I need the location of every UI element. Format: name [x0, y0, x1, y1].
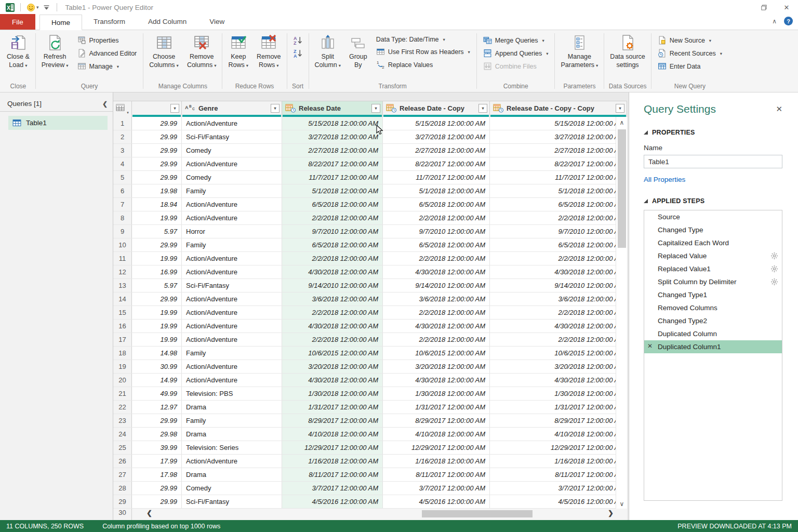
cell-release-date[interactable]: 9/7/2010 12:00:00 AM [282, 225, 383, 238]
cell-release-date-copy-copy[interactable]: 8/29/2017 12:00:00 AM [490, 414, 627, 427]
data-type-date-time-button[interactable]: Data Type: Date/Time▾ [374, 35, 472, 44]
row-number[interactable]: 16 [113, 320, 132, 332]
cell-release-date-copy-copy[interactable]: 2/2/2018 12:00:00 AM [490, 252, 627, 265]
manage-parameters-button[interactable]: ManageParameters▾ [557, 31, 602, 71]
filter-dropdown-button[interactable]: ▾ [478, 104, 487, 113]
column-header-release-date-copy-copy[interactable]: Release Date - Copy - Copy▾ [490, 101, 627, 117]
cell-genre[interactable]: Family [182, 238, 282, 251]
cell-release-date-copy-copy[interactable]: 1/31/2017 12:00:00 AM [490, 401, 627, 414]
cell-release-date[interactable]: 8/22/2017 12:00:00 AM [282, 157, 383, 170]
cell-release-date[interactable]: 4/5/2016 12:00:00 AM [282, 495, 383, 508]
cell-release-date-copy[interactable]: 10/6/2015 12:00:00 AM [383, 347, 490, 360]
cell-release-date-copy[interactable]: 1/31/2017 12:00:00 AM [383, 401, 490, 414]
cell-release-date-copy[interactable]: 1/16/2018 12:00:00 AM [383, 455, 490, 468]
cell-release-date-copy-copy[interactable]: 2/2/2018 12:00:00 AM [490, 333, 627, 346]
cell-release-date-copy[interactable]: 8/29/2017 12:00:00 AM [383, 414, 490, 427]
cell-release-date[interactable]: 5/1/2018 12:00:00 AM [282, 184, 383, 197]
recent-sources-button[interactable]: Recent Sources▾ [656, 48, 724, 58]
cell-price[interactable]: 19.99 [132, 320, 182, 332]
cell-release-date-copy-copy[interactable]: 3/7/2017 12:00:00 AM [490, 482, 627, 495]
applied-step-source[interactable]: Source [644, 210, 782, 223]
filter-dropdown-button[interactable]: ▾ [371, 104, 380, 113]
cell-genre[interactable]: Comedy [182, 482, 282, 495]
cell-price[interactable]: 14.99 [132, 374, 182, 387]
cell-release-date-copy[interactable]: 9/14/2010 12:00:00 AM [383, 279, 490, 292]
close-window-button[interactable]: ✕ [775, 0, 798, 15]
split-column-button[interactable]: SplitColumn▾ [311, 31, 344, 71]
cell-genre[interactable]: Sci-Fi/Fantasy [182, 495, 282, 508]
scroll-right-arrow[interactable]: ❯ [608, 509, 614, 517]
cell-release-date-copy[interactable]: 1/30/2018 12:00:00 AM [383, 387, 490, 400]
cell-release-date-copy-copy[interactable]: 3/27/2018 12:00:00 AM [490, 130, 627, 143]
tab-transform[interactable]: Transform [82, 14, 137, 30]
cell-release-date-copy-copy[interactable]: 4/30/2018 12:00:00 AM [490, 265, 627, 278]
cell-price[interactable]: 29.99 [132, 482, 182, 495]
cell-release-date-copy-copy[interactable]: 10/6/2015 12:00:00 AM [490, 347, 627, 360]
cell-genre[interactable]: Drama [182, 401, 282, 414]
cell-genre[interactable]: Action/Adventure [182, 117, 282, 130]
cell-price[interactable]: 29.99 [132, 238, 182, 251]
choose-columns-button[interactable]: ChooseColumns▾ [145, 31, 182, 71]
scroll-left-arrow[interactable]: ❮ [147, 509, 152, 517]
cell-release-date-copy[interactable]: 2/2/2018 12:00:00 AM [383, 252, 490, 265]
cell-price[interactable]: 29.99 [132, 144, 182, 157]
row-number[interactable]: 21 [113, 387, 132, 400]
group-by-button[interactable]: GroupBy [345, 31, 371, 71]
enter-data-button[interactable]: Enter Data [656, 61, 724, 71]
cell-release-date-copy-copy[interactable]: 4/30/2018 12:00:00 AM [490, 320, 627, 332]
cell-release-date[interactable]: 4/30/2018 12:00:00 AM [282, 374, 383, 387]
cell-genre[interactable]: Horror [182, 225, 282, 238]
cell-price[interactable]: 19.99 [132, 306, 182, 319]
cell-release-date[interactable]: 2/2/2018 12:00:00 AM [282, 252, 383, 265]
manage-button[interactable]: Manage▾ [75, 61, 139, 71]
cell-price[interactable]: 29.99 [132, 495, 182, 508]
cell-genre[interactable]: Drama [182, 428, 282, 441]
row-number[interactable]: 29 [113, 495, 132, 508]
row-number[interactable]: 3 [113, 144, 132, 157]
tab-view[interactable]: View [198, 14, 236, 30]
cell-release-date-copy-copy[interactable]: 12/29/2017 12:00:00 AM [490, 441, 627, 454]
cell-release-date-copy-copy[interactable]: 6/5/2018 12:00:00 AM [490, 198, 627, 211]
cell-genre[interactable]: Action/Adventure [182, 198, 282, 211]
scroll-down-arrow[interactable]: ∨ [616, 499, 627, 509]
cell-price[interactable]: 19.98 [132, 184, 182, 197]
cell-release-date[interactable]: 3/27/2018 12:00:00 AM [282, 130, 383, 143]
cell-release-date-copy[interactable]: 2/2/2018 12:00:00 AM [383, 211, 490, 224]
collapse-queries-pane-button[interactable]: ❮ [102, 100, 108, 108]
cell-genre[interactable]: Action/Adventure [182, 211, 282, 224]
cell-price[interactable]: 29.99 [132, 157, 182, 170]
cell-price[interactable]: 17.99 [132, 455, 182, 468]
row-number[interactable]: 4 [113, 157, 132, 170]
cell-release-date-copy[interactable]: 3/6/2018 12:00:00 AM [383, 292, 490, 305]
cell-price[interactable]: 19.99 [132, 252, 182, 265]
applied-step-removed-columns[interactable]: Removed Columns [644, 301, 782, 314]
properties-section-header[interactable]: PROPERTIES [644, 129, 782, 136]
select-all-table-button[interactable]: ▾ [113, 101, 132, 117]
cell-genre[interactable]: Comedy [182, 171, 282, 184]
vertical-scroll-thumb[interactable] [618, 129, 626, 248]
cell-price[interactable]: 19.99 [132, 333, 182, 346]
row-number[interactable]: 18 [113, 347, 132, 360]
close-load-button[interactable]: Close &Load▾ [3, 31, 33, 71]
cell-genre[interactable]: Television: Series [182, 441, 282, 454]
refresh-preview-button[interactable]: RefreshPreview▾ [38, 31, 72, 71]
cell-release-date-copy[interactable]: 8/22/2017 12:00:00 AM [383, 157, 490, 170]
applied-steps-section-header[interactable]: APPLIED STEPS [644, 197, 782, 205]
sort-za-icon-button[interactable]: ZA [291, 48, 304, 58]
cell-genre[interactable]: Comedy [182, 144, 282, 157]
cell-genre[interactable]: Action/Adventure [182, 360, 282, 373]
cell-release-date-copy[interactable]: 4/5/2016 12:00:00 AM [383, 495, 490, 508]
cell-release-date[interactable]: 4/10/2018 12:00:00 AM [282, 428, 383, 441]
row-number[interactable]: 26 [113, 455, 132, 468]
row-number[interactable]: 23 [113, 414, 132, 427]
row-number[interactable]: 19 [113, 360, 132, 373]
applied-step-replaced-value1[interactable]: Replaced Value1 [644, 262, 782, 275]
cell-price[interactable]: 49.99 [132, 387, 182, 400]
restore-window-button[interactable] [752, 0, 775, 15]
cell-release-date-copy[interactable]: 4/30/2018 12:00:00 AM [383, 265, 490, 278]
cell-release-date-copy[interactable]: 6/5/2018 12:00:00 AM [383, 198, 490, 211]
cell-release-date[interactable]: 9/14/2010 12:00:00 AM [282, 279, 383, 292]
cell-release-date-copy-copy[interactable]: 2/2/2018 12:00:00 AM [490, 211, 627, 224]
row-number[interactable]: 27 [113, 468, 132, 481]
cell-release-date[interactable]: 2/2/2018 12:00:00 AM [282, 211, 383, 224]
